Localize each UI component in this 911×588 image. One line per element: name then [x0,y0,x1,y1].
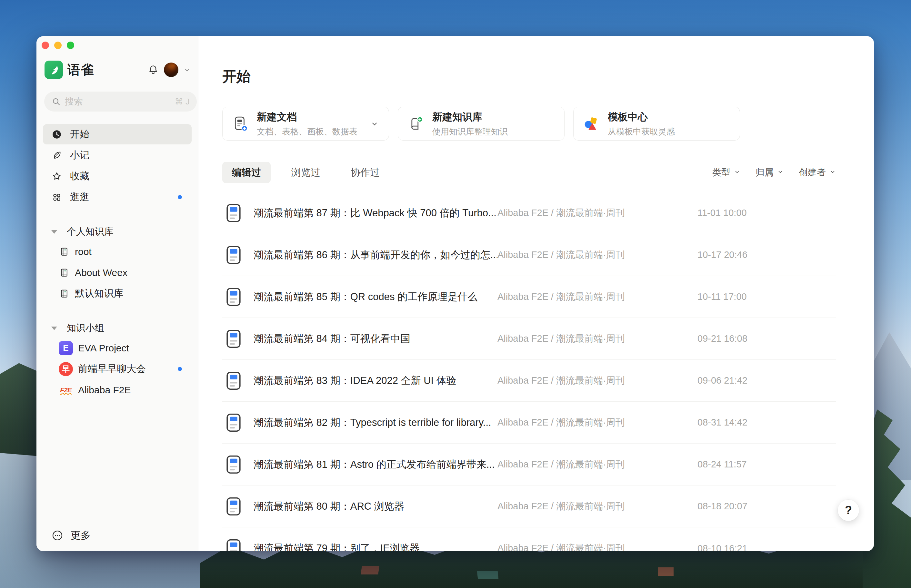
sidebar-item-root[interactable]: root [43,241,192,262]
section-knowledge-groups: 知识小组EEVA Project早前端早早聊大会F2EAlibaba F2E [36,319,198,400]
document-timestamp: 08-31 14:42 [697,417,748,428]
minimize-window-button[interactable] [54,42,61,49]
search-input[interactable] [65,96,175,107]
document-timestamp: 09-06 21:42 [697,375,748,386]
filter-type[interactable]: 类型 [712,166,741,179]
sidebar-item-about-weex[interactable]: About Weex [43,262,192,283]
sidebar-item-zaozaoliao[interactable]: 早前端早早聊大会 [43,359,192,379]
document-location: Alibaba F2E / 潮流最前端·周刊 [497,207,697,220]
card-text: 新建文档文档、表格、画板、数据表 [257,110,358,137]
document-icon [227,204,241,223]
filter-ownership[interactable]: 归属 [756,166,784,179]
new-doc-card[interactable]: 新建文档文档、表格、画板、数据表 [222,107,389,141]
search-row: ⌘ J [36,91,198,112]
document-timestamp: 08-18 20:07 [697,501,748,512]
document-location: Alibaba F2E / 潮流最前端·周刊 [497,374,697,387]
document-title: 潮流最前端第 81 期：Astro 的正式发布给前端界带来... [254,458,497,471]
help-button[interactable]: ? [838,500,859,521]
list-item[interactable]: 潮流最前端第 87 期：比 Webpack 快 700 倍的 Turbo...A… [222,192,836,234]
sidebar-item-eva-project[interactable]: EEVA Project [43,338,192,358]
document-location: Alibaba F2E / 潮流最前端·周刊 [497,249,697,262]
sidebar-item-alibaba-f2e[interactable]: F2EAlibaba F2E [43,380,192,400]
document-location: Alibaba F2E / 潮流最前端·周刊 [497,332,697,345]
tab-collaborated[interactable]: 协作过 [341,162,389,183]
templates-card[interactable]: 模板中心从模板中获取灵感 [573,107,740,141]
document-title: 潮流最前端第 85 期：QR codes 的工作原理是什么 [254,290,497,304]
sidebar-more-button[interactable]: 更多 [51,529,91,542]
tabs: 编辑过浏览过协作过 [222,162,389,183]
sidebar-item-label: root [75,246,92,257]
sidebar: 语雀 ⌘ J 开始小记收藏逛逛 个人知识库rootAbout [36,36,198,551]
sidebar-item-label: EVA Project [78,342,129,354]
list-item[interactable]: 潮流最前端第 85 期：QR codes 的工作原理是什么Alibaba F2E… [222,276,836,318]
list-item[interactable]: 潮流最前端第 79 期：别了，IE浏览器Alibaba F2E / 潮流最前端·… [222,527,836,551]
document-title: 潮流最前端第 87 期：比 Webpack 快 700 倍的 Turbo... [254,206,497,220]
document-location: Alibaba F2E / 潮流最前端·周刊 [497,458,697,471]
tab-edited[interactable]: 编辑过 [222,162,271,183]
quick-action-cards: 新建文档文档、表格、画板、数据表新建知识库使用知识库整理知识模板中心从模板中获取… [222,107,836,141]
tab-viewed[interactable]: 浏览过 [282,162,330,183]
list-item[interactable]: 潮流最前端第 80 期：ARC 浏览器Alibaba F2E / 潮流最前端·周… [222,486,836,527]
list-item[interactable]: 潮流最前端第 86 期：从事前端开发的你，如今过的怎...Alibaba F2E… [222,234,836,276]
list-item[interactable]: 潮流最前端第 84 期：可视化看中国Alibaba F2E / 潮流最前端·周刊… [222,318,836,360]
document-timestamp: 08-24 11:57 [697,459,747,470]
card-title: 模板中心 [608,110,675,124]
filter-creator[interactable]: 创建者 [799,166,836,179]
section-header-knowledge-groups[interactable]: 知识小组 [43,319,192,337]
filters: 类型归属创建者 [712,166,836,179]
card-text: 模板中心从模板中获取灵感 [608,110,675,137]
card-title: 新建知识库 [432,110,508,124]
document-icon [227,246,241,264]
list-item[interactable]: 潮流最前端第 82 期：Typescript is terrible for l… [222,402,836,444]
book-icon [59,246,70,257]
card-subtitle: 文档、表格、画板、数据表 [257,126,358,137]
sidebar-item-default-kb[interactable]: 默认知识库 [43,283,192,304]
close-window-button[interactable] [42,42,49,49]
card-title: 新建文档 [257,110,358,124]
document-title: 潮流最前端第 83 期：IDEA 2022 全新 UI 体验 [254,374,497,388]
document-title: 潮流最前端第 82 期：Typescript is terrible for l… [254,416,497,430]
chevron-down-icon [733,167,741,178]
book-icon [59,288,70,299]
document-icon [227,288,241,306]
unread-dot [178,367,182,371]
sidebar-item-label: 逛逛 [70,191,89,204]
notifications-bell-icon[interactable] [147,64,159,76]
filter-label: 归属 [756,166,773,179]
alibaba-f2e-icon: F2E [59,383,73,397]
chevron-down-icon[interactable] [370,119,379,128]
document-timestamp: 09-21 16:08 [697,333,748,344]
document-title: 潮流最前端第 80 期：ARC 浏览器 [254,500,497,513]
filter-label: 类型 [712,166,730,179]
document-title: 潮流最前端第 86 期：从事前端开发的你，如今过的怎... [254,248,497,262]
search-box[interactable]: ⌘ J [44,92,197,111]
new-kb-card[interactable]: 新建知识库使用知识库整理知识 [398,107,565,141]
document-timestamp: 10-17 20:46 [697,249,748,260]
list-item[interactable]: 潮流最前端第 81 期：Astro 的正式发布给前端界带来...Alibaba … [222,444,836,486]
sidebar-item-notes[interactable]: 小记 [43,145,192,165]
book-icon [59,267,70,278]
document-icon [227,330,241,348]
sidebar-item-explore[interactable]: 逛逛 [43,187,192,207]
app-window: 语雀 ⌘ J 开始小记收藏逛逛 个人知识库rootAbout [36,36,874,551]
document-timestamp: 10-11 17:00 [697,291,747,302]
sidebar-item-label: 收藏 [70,170,89,183]
account-chevron-down-icon[interactable] [183,66,191,74]
sidebar-item-favorites[interactable]: 收藏 [43,166,192,186]
document-icon [227,413,241,432]
search-icon [51,97,61,107]
user-avatar[interactable] [164,63,178,77]
tabs-row: 编辑过浏览过协作过 类型归属创建者 [222,162,836,183]
new-kb-icon [408,116,424,132]
document-icon [227,455,241,474]
window-controls [42,42,74,49]
wallpaper-building [477,571,499,579]
document-timestamp: 11-01 10:00 [697,208,747,218]
list-item[interactable]: 潮流最前端第 83 期：IDEA 2022 全新 UI 体验Alibaba F2… [222,360,836,402]
section-header-personal-kb[interactable]: 个人知识库 [43,223,192,241]
zoom-window-button[interactable] [67,42,74,49]
chevron-down-icon [777,167,784,178]
sidebar-item-home[interactable]: 开始 [43,124,192,144]
document-timestamp: 08-10 16:21 [697,543,748,552]
document-location: Alibaba F2E / 潮流最前端·周刊 [497,291,697,303]
